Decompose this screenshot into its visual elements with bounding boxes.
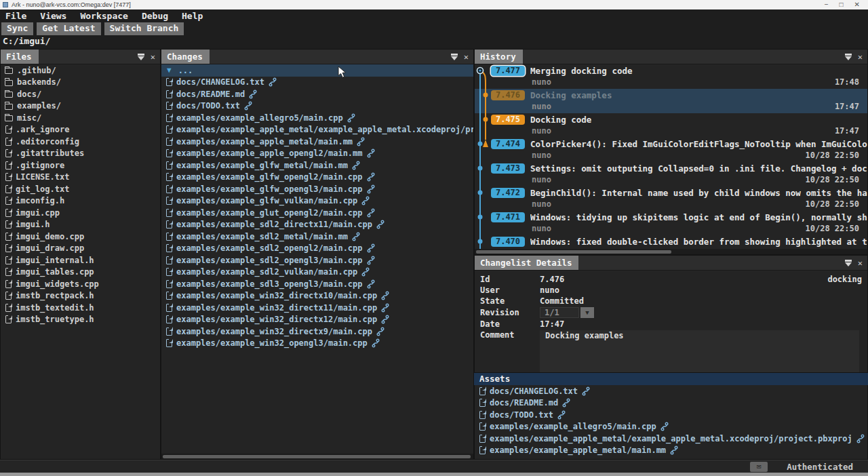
history-commit-row[interactable]: 7.472 BeginChild(): Internal name used b… [475,186,867,211]
changed-file-row[interactable]: examples/example_win32_directx11/main.cp… [161,302,473,314]
file-tree-item[interactable]: misc/ [1,112,160,124]
changed-file-row[interactable]: examples/example_sdl3_opengl3/main.cpp [161,278,473,290]
file-tree-item[interactable]: examples/ [1,100,160,113]
tab-files[interactable]: Files [1,49,39,64]
toolbar-button[interactable]: Switch Branch [104,22,184,35]
menu-item[interactable]: Workspace [80,11,127,21]
mail-icon[interactable]: ✉ [750,462,768,472]
asset-file-row[interactable]: docs/CHANGELOG.txt [475,385,867,397]
history-commit-row[interactable]: 7.471 Windows: tidying up skipitems logi… [475,211,867,235]
comment-value[interactable]: Docking examples [540,330,859,372]
tab-history[interactable]: History [475,49,523,64]
changed-file-row[interactable]: examples/example_allegro5/main.cpp [161,112,473,124]
file-tree-item[interactable]: imconfig.h [1,195,160,207]
menu-item[interactable]: File [5,11,26,21]
changed-file-row[interactable]: docs/TODO.txt [161,100,473,113]
history-commit-row[interactable]: 7.473 Settings: omit outputing Collapsed… [475,162,867,186]
asset-file-row[interactable]: docs/TODO.txt [475,409,867,421]
toolbar-button[interactable]: Sync [1,22,33,35]
filter-icon[interactable] [844,259,852,266]
file-tree-item[interactable]: LICENSE.txt [1,172,160,184]
file-tree-item[interactable]: .editorconfig [1,136,160,148]
horizontal-scrollbar[interactable] [161,454,473,459]
panel-close-icon[interactable]: ✕ [858,53,863,61]
file-icon [479,422,486,431]
changed-file-row[interactable]: examples/example_glfw_metal/main.mm [161,159,473,172]
history-commit-row[interactable]: 7.470 Windows: fixed double-clicked bord… [475,235,867,249]
menu-item[interactable]: Debug [142,11,168,21]
minimize-icon[interactable]: − [825,1,829,8]
file-tree-item[interactable]: imstb_textedit.h [1,302,160,314]
menu-item[interactable]: Views [40,11,66,21]
filter-icon[interactable] [450,53,458,60]
changes-list: docs/CHANGELOG.txt docs/README.md [161,77,473,350]
changed-file-row[interactable]: examples/example_win32_opengl3/main.cpp [161,338,473,350]
changed-file-row[interactable]: examples/example_sdl2_metal/main.mm [161,231,473,243]
history-panel: History ✕ [474,49,868,255]
maximize-icon[interactable]: □ [840,1,844,8]
file-icon [166,78,172,86]
changed-file-row[interactable]: examples/example_win32_directx10/main.cp… [161,290,473,302]
panel-close-icon[interactable]: ✕ [464,53,469,61]
changed-file-row[interactable]: examples/example_glfw_opengl3/main.cpp [161,183,473,195]
branch-icon [376,220,384,229]
changed-file-row[interactable]: examples/example_apple_metal/main.mm [161,136,473,148]
file-tree-item[interactable]: imgui_draw.cpp [1,243,160,255]
file-tree-item[interactable]: .gitignore [1,159,160,172]
changed-file-row[interactable]: docs/CHANGELOG.txt [161,77,473,89]
file-tree-item[interactable]: git_log.txt [1,183,160,195]
changed-file-row[interactable]: examples/example_apple_metal/example_app… [161,124,473,136]
changed-file-row[interactable]: docs/README.md [161,88,473,100]
file-tree-item[interactable]: imstb_rectpack.h [1,290,160,302]
file-tree-item[interactable]: .github/ [1,64,160,77]
history-commit-row[interactable]: 7.477 Merging docking code nuno 17:48 [475,64,867,89]
asset-file-row[interactable]: examples/example_apple_metal/example_app… [475,433,867,445]
changed-file-row[interactable]: examples/example_win32_directx12/main.cp… [161,314,473,326]
branch-icon [352,232,360,241]
chevron-down-icon[interactable]: ▼ [167,66,172,75]
horizontal-scrollbar[interactable] [475,249,867,254]
menu-item[interactable]: Help [182,11,203,21]
changed-file-row[interactable]: examples/example_sdl2_opengl3/main.cpp [161,254,473,266]
panel-close-icon[interactable]: ✕ [858,259,863,267]
asset-file-row[interactable]: examples/example_apple_metal/main.mm [475,445,867,457]
changed-file-row[interactable]: examples/example_glut_opengl2/main.cpp [161,207,473,219]
tab-changelist-details[interactable]: Changelist Details [475,256,578,270]
changed-file-row[interactable]: examples/example_glfw_opengl2/main.cpp [161,172,473,184]
history-commit-row[interactable]: 7.475 Docking code nuno 17:47 [475,113,867,138]
file-tree-item[interactable]: imgui_demo.cpp [1,231,160,243]
asset-file-row[interactable]: examples/example_allegro5/main.cpp [475,421,867,433]
changed-file-row[interactable]: examples/example_win32_directx9/main.cpp [161,325,473,338]
revision-dropdown-icon[interactable]: ▼ [580,307,594,318]
changes-root-row[interactable]: ▼ ... [161,64,473,77]
file-tree-item[interactable]: imgui.cpp [1,207,160,219]
revision-value[interactable]: 1/1 [540,307,579,318]
changed-file-row[interactable]: examples/example_sdl2_directx11/main.cpp [161,219,473,231]
history-commit-row[interactable]: 7.474 ColorPicker4(): Fixed ImGuiColorEd… [475,138,867,162]
file-name: imconfig.h [16,196,64,205]
file-tree-item[interactable]: backends/ [1,77,160,89]
changed-file-row[interactable]: examples/example_sdl2_opengl2/main.cpp [161,243,473,255]
history-commit-row[interactable]: 7.476 Docking examples nuno 17:47 [475,89,867,113]
changed-file-row[interactable]: examples/example_sdl2_vulkan/main.cpp [161,266,473,279]
file-tree-item[interactable]: .gitattributes [1,148,160,160]
file-tree-item[interactable]: imgui_tables.cpp [1,266,160,279]
asset-file-row[interactable]: docs/README.md [475,397,867,410]
toolbar-button[interactable]: Get Latest [37,22,100,35]
filter-icon[interactable] [137,53,145,60]
changed-file-row[interactable]: examples/example_apple_opengl2/main.mm [161,148,473,160]
tab-changes[interactable]: Changes [161,49,210,64]
filter-icon[interactable] [844,53,852,60]
close-icon[interactable]: ✕ [854,1,860,8]
file-tree-item[interactable]: imgui_widgets.cpp [1,278,160,290]
panel-close-icon[interactable]: ✕ [151,53,155,61]
file-tree-item[interactable]: imgui_internal.h [1,254,160,266]
scrollbar-thumb[interactable] [476,250,671,254]
file-tree-item[interactable]: imstb_truetype.h [1,314,160,326]
file-tree-item[interactable]: docs/ [1,88,160,100]
file-tree-item[interactable]: imgui.h [1,219,160,231]
changed-file-row[interactable]: examples/example_glfw_vulkan/main.cpp [161,195,473,207]
path-bar[interactable]: C:/imgui/ [0,35,868,49]
file-tree-item[interactable]: .ark_ignore [1,124,160,136]
scrollbar-thumb[interactable] [163,455,471,458]
